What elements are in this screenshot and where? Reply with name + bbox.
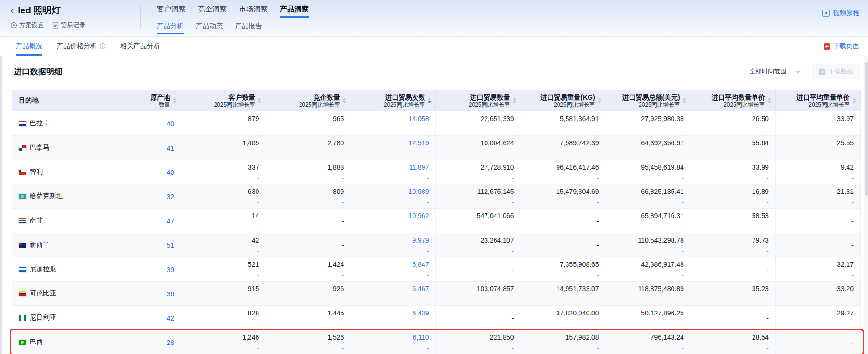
column-header-进口平均数量单价[interactable]: 进口平均数量单价2025同比增长率 <box>691 90 776 111</box>
main-tab-客户洞察[interactable]: 客户洞察 <box>157 5 186 18</box>
column-header-客户数量[interactable]: 客户数量2025同比增长率 <box>181 90 266 111</box>
sort-desc-icon[interactable] <box>513 101 517 103</box>
sub-tab-产品动态[interactable]: 产品动态 <box>196 22 223 34</box>
value-link[interactable]: 10,962 <box>409 212 429 220</box>
table-row-新西兰[interactable]: 新西兰5142--9,979-23,264,107--110,543,298.7… <box>12 233 861 257</box>
table-row-智利[interactable]: 智利40337-1,888-11,897-27,728,910-96,416,4… <box>12 160 861 184</box>
column-header-竞企数量[interactable]: 竞企数量2025同比增长率 <box>266 90 351 111</box>
value-link[interactable]: 47 <box>167 217 175 225</box>
sort-carets[interactable] <box>258 98 261 103</box>
table-row-尼加拉瓜[interactable]: 尼加拉瓜39521-1,424-6,847--7,355,908.65-42,3… <box>12 257 861 282</box>
video-tutorial-link[interactable]: 视频教程 <box>822 9 859 17</box>
column-title: 原产地 <box>150 93 170 101</box>
trade-records-link[interactable]: 贸易记录 <box>52 21 85 30</box>
sort-asc-icon[interactable] <box>852 98 856 100</box>
sort-carets[interactable] <box>173 98 176 103</box>
growth-rate-text: - <box>512 223 514 230</box>
value-link[interactable]: 51 <box>167 241 175 250</box>
value-link[interactable]: 39 <box>167 265 175 274</box>
sort-desc-icon[interactable] <box>767 101 771 103</box>
value-link[interactable]: 36 <box>167 290 175 298</box>
sub-tab-产品分析[interactable]: 产品分析 <box>157 22 184 34</box>
column-header-进口平均重量单价[interactable]: 进口平均重量单价2025同比增长率 <box>776 90 861 111</box>
sort-asc-icon[interactable] <box>513 98 517 100</box>
metric-cell: - <box>521 209 606 233</box>
value-text: 14,951,733.07 <box>556 284 599 293</box>
sort-asc-icon[interactable] <box>173 98 176 100</box>
value-link[interactable]: 6,110 <box>413 333 429 342</box>
value-text: 27,925,980.38 <box>641 114 684 123</box>
column-header-进口贸易总额(美元)[interactable]: 进口贸易总额(美元)2025同比增长率 <box>606 90 691 111</box>
value-link[interactable]: 32 <box>167 192 175 201</box>
sort-asc-icon[interactable] <box>598 98 601 100</box>
table-row-巴拿马[interactable]: 巴拿马411,405-2,780-12,519-10,004,624-7,989… <box>12 136 861 160</box>
column-header-进口贸易次数[interactable]: 进口贸易次数2025同比增长率 <box>351 90 436 111</box>
header-quick-links: 方案设置 贸易记录 <box>10 21 140 30</box>
sort-desc-icon[interactable] <box>427 101 431 103</box>
download-data-button[interactable]: 下载数据 <box>812 64 860 79</box>
sort-desc-icon[interactable] <box>682 101 686 103</box>
sort-carets[interactable] <box>598 98 601 103</box>
column-header-进口贸易重量(KG)[interactable]: 进口贸易重量(KG)2025同比增长率 <box>521 90 606 111</box>
value-link[interactable]: 14,058 <box>409 114 429 123</box>
sort-carets[interactable] <box>513 98 517 103</box>
main-tab-竞企洞察[interactable]: 竞企洞察 <box>198 5 227 18</box>
growth-rate-text: - <box>342 150 344 157</box>
sort-carets[interactable] <box>767 98 771 103</box>
main-tab-市场洞察[interactable]: 市场洞察 <box>239 5 268 18</box>
value-link[interactable]: 9,979 <box>412 236 429 244</box>
sort-asc-icon[interactable] <box>258 98 261 100</box>
value-link[interactable]: 10,989 <box>409 187 429 196</box>
analysis-tab-产品概况[interactable]: 产品概况 <box>16 37 42 56</box>
column-header-text: 进口平均重量单价2025同比增长率 <box>796 93 850 109</box>
value-link[interactable]: 41 <box>167 144 175 152</box>
back-icon[interactable]: ‹ <box>10 6 14 15</box>
sort-carets[interactable] <box>427 98 431 103</box>
plan-settings-link[interactable]: 方案设置 <box>10 21 44 30</box>
sort-asc-icon[interactable] <box>342 98 346 100</box>
sort-carets[interactable] <box>342 98 346 103</box>
table-row-巴拉圭[interactable]: 巴拉圭40879-965-14,058-22,651,339-5,581,364… <box>12 111 861 136</box>
main-tab-产品洞察[interactable]: 产品洞察 <box>280 5 309 18</box>
value-link[interactable]: 12,519 <box>409 139 429 147</box>
table-row-哈萨克斯坦[interactable]: 哈萨克斯坦32630-809-10,989-112,675,145-15,479… <box>12 184 861 209</box>
sort-asc-icon[interactable] <box>682 98 686 100</box>
vertical-scrollbar[interactable] <box>864 56 868 354</box>
value-link[interactable]: 6,439 <box>412 309 429 317</box>
column-header-进口贸易数量[interactable]: 进口贸易数量2025同比增长率 <box>436 90 521 111</box>
sort-carets[interactable] <box>682 98 686 103</box>
column-header-原产地[interactable]: 原产地数量 <box>96 90 181 111</box>
info-icon <box>99 43 106 50</box>
download-page-link[interactable]: 下载页面 <box>824 42 859 51</box>
sort-desc-icon[interactable] <box>258 101 261 103</box>
sub-tab-产品报告[interactable]: 产品报告 <box>235 22 262 34</box>
sort-desc-icon[interactable] <box>598 101 601 103</box>
value-link[interactable]: 11,897 <box>409 163 429 172</box>
value-link[interactable]: 6,847 <box>412 260 429 269</box>
table-row-巴西[interactable]: 巴西281,246-1,526-6,110-221,850-157,982.08… <box>12 330 861 354</box>
analysis-tab-产品价格分析[interactable]: 产品价格分析 <box>57 37 106 56</box>
sort-desc-icon[interactable] <box>852 101 856 103</box>
left-scrollbar[interactable] <box>0 56 2 354</box>
growth-rate-text: - <box>852 150 854 157</box>
growth-rate-text: - <box>257 174 259 182</box>
sort-desc-icon[interactable] <box>342 101 346 103</box>
value-link[interactable]: 28 <box>167 338 175 347</box>
sort-asc-icon[interactable] <box>767 98 771 100</box>
value-link[interactable]: 40 <box>167 120 175 128</box>
growth-rate-text: - <box>257 296 259 303</box>
table-row-哥伦比亚[interactable]: 哥伦比亚36915-926-6,467-103,074,857-14,951,7… <box>12 282 861 306</box>
sort-asc-icon[interactable] <box>427 98 431 100</box>
value-link[interactable]: 40 <box>167 168 175 177</box>
time-range-select[interactable]: 全部时间范围 <box>744 64 806 79</box>
sort-carets[interactable] <box>852 98 856 103</box>
analysis-tab-相关产品分析[interactable]: 相关产品分析 <box>120 37 160 56</box>
table-row-南非[interactable]: 南非4714--10,962-547,041,066--65,894,716.3… <box>12 209 861 233</box>
table-row-尼日利亚[interactable]: 尼日利亚42828-1,445-6,439--37,820,040.00-50,… <box>12 306 861 330</box>
value-link[interactable]: 42 <box>167 314 175 323</box>
value-link[interactable]: 6,467 <box>412 284 429 293</box>
download-data-label: 下载数据 <box>828 67 853 76</box>
growth-rate-text: - <box>342 272 344 279</box>
scrollbar-thumb[interactable] <box>865 62 868 196</box>
sort-desc-icon[interactable] <box>173 101 176 103</box>
